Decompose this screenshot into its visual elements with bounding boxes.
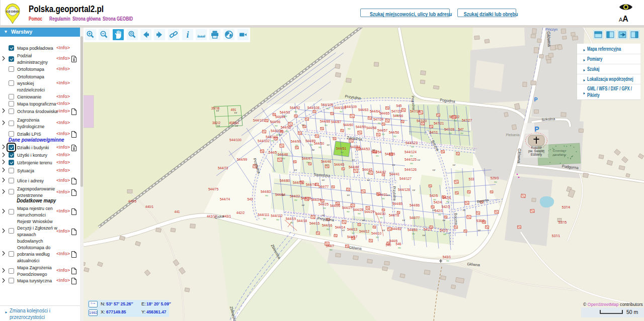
svg-text:544/28: 544/28	[353, 208, 364, 211]
svg-text:544/65: 544/65	[379, 112, 390, 115]
svg-text:RV: RV	[367, 172, 370, 175]
svg-text:RV: RV	[393, 135, 396, 138]
svg-text:544/52: 544/52	[350, 145, 361, 149]
svg-text:RV: RV	[310, 144, 313, 146]
svg-text:ŁV: ŁV	[382, 229, 385, 232]
svg-text:RV: RV	[325, 124, 328, 127]
svg-text:544/83: 544/83	[261, 190, 271, 193]
svg-text:RV: RV	[411, 146, 414, 148]
svg-text:544/31: 544/31	[377, 193, 388, 196]
svg-text:547: 547	[458, 128, 463, 131]
svg-text:547/28: 547/28	[444, 128, 455, 131]
svg-text:RV: RV	[376, 155, 379, 157]
svg-text:544/41: 544/41	[389, 172, 400, 176]
svg-text:Cmentarz: Cmentarz	[553, 149, 567, 152]
svg-text:442/2: 442/2	[236, 211, 245, 215]
svg-text:RV: RV	[326, 164, 329, 167]
svg-text:544/50: 544/50	[314, 142, 325, 145]
svg-text:443/1: 443/1	[223, 215, 231, 218]
svg-text:542/6: 542/6	[443, 196, 451, 199]
svg-text:544/93: 544/93	[280, 111, 290, 114]
svg-text:547/22: 547/22	[449, 115, 460, 119]
svg-text:544/19: 544/19	[286, 217, 296, 221]
svg-text:RV: RV	[276, 219, 279, 221]
svg-text:544/15: 544/15	[309, 222, 320, 225]
svg-text:ŁV: ŁV	[294, 169, 297, 171]
svg-text:544/109: 544/109	[345, 105, 357, 109]
svg-text:RV: RV	[330, 249, 333, 251]
svg-text:544/79: 544/79	[293, 181, 303, 184]
svg-text:544/22: 544/22	[290, 194, 300, 198]
svg-text:ŁV: ŁV	[352, 159, 355, 161]
svg-text:544/74: 544/74	[220, 197, 230, 201]
svg-text:RV: RV	[352, 232, 355, 235]
svg-text:RV: RV	[358, 212, 361, 215]
svg-text:ŁV: ŁV	[322, 214, 325, 217]
svg-text:RV: RV	[327, 108, 330, 110]
svg-text:544/5: 544/5	[269, 151, 277, 154]
svg-text:RV: RV	[284, 115, 287, 118]
svg-text:544/44: 544/44	[349, 165, 359, 169]
svg-text:RV: RV	[449, 132, 452, 135]
svg-text:i: i	[186, 30, 189, 40]
svg-text:Elżbiety: Elżbiety	[531, 153, 542, 157]
svg-text:ŁV: ŁV	[478, 229, 480, 232]
svg-text:544/128: 544/128	[398, 188, 410, 191]
svg-text:544/16: 544/16	[322, 224, 333, 227]
svg-text:544/96: 544/96	[270, 120, 281, 124]
svg-text:541/3: 541/3	[424, 228, 432, 231]
svg-text:533: 533	[468, 177, 474, 181]
svg-text:547/27: 547/27	[462, 119, 472, 122]
svg-text:ŁV: ŁV	[347, 194, 350, 196]
svg-text:544/23: 544/23	[301, 196, 311, 200]
svg-text:544/25: 544/25	[318, 202, 329, 206]
svg-text:544/42: 544/42	[376, 170, 386, 174]
svg-text:440/1: 440/1	[145, 205, 154, 208]
svg-text:440/5: 440/5	[128, 199, 137, 203]
svg-text:544/30: 544/30	[375, 212, 386, 216]
svg-text:544/29: 544/29	[364, 210, 375, 213]
svg-text:RV: RV	[306, 161, 309, 164]
svg-text:Pińczyn: Pińczyn	[545, 28, 558, 32]
svg-text:544/77: 544/77	[410, 216, 420, 220]
svg-text:ŁV: ŁV	[302, 124, 304, 126]
svg-text:544/125: 544/125	[405, 158, 417, 161]
svg-text:ŁV: ŁV	[372, 149, 375, 151]
svg-text:544/45: 544/45	[334, 163, 345, 166]
svg-text:544/76: 544/76	[306, 183, 316, 186]
svg-text:ŁV: ŁV	[216, 110, 219, 112]
svg-text:ŁV: ŁV	[279, 134, 282, 136]
svg-text:544/63: 544/63	[358, 108, 369, 112]
svg-text:RV: RV	[265, 194, 268, 197]
svg-text:544/124: 544/124	[405, 150, 417, 154]
svg-text:ŁV: ŁV	[433, 209, 435, 211]
svg-text:parafialny: parafialny	[552, 153, 567, 156]
svg-text:RV: RV	[396, 114, 399, 117]
svg-text:547/21: 547/21	[434, 122, 444, 125]
svg-text:545: 545	[396, 104, 401, 108]
svg-text:Plebania: Plebania	[506, 133, 519, 137]
svg-text:529/3: 529/3	[491, 176, 499, 180]
svg-text:RV: RV	[376, 236, 379, 239]
svg-text:RV: RV	[443, 233, 446, 236]
svg-text:542/5: 542/5	[430, 194, 438, 197]
svg-text:ŁV: ŁV	[234, 112, 237, 114]
svg-text:RV: RV	[285, 130, 288, 133]
svg-text:RV: RV	[294, 111, 297, 113]
svg-text:537/4: 537/4	[562, 205, 571, 209]
svg-text:RV: RV	[348, 128, 351, 130]
svg-text:541/1: 541/1	[440, 229, 448, 232]
svg-text:544/111: 544/111	[258, 213, 270, 217]
svg-text:RV: RV	[412, 233, 415, 235]
svg-text:RV: RV	[446, 260, 449, 262]
svg-text:RV: RV	[378, 122, 381, 125]
svg-text:544/80: 544/80	[280, 179, 290, 182]
svg-text:RV: RV	[275, 125, 278, 127]
svg-text:ŁV: ŁV	[302, 204, 304, 206]
svg-text:P: P	[534, 96, 537, 102]
svg-text:ŁV: ŁV	[433, 169, 435, 171]
svg-text:544/46: 544/46	[321, 160, 332, 163]
svg-text:544/102: 544/102	[258, 139, 270, 143]
svg-text:537/5: 537/5	[558, 221, 567, 224]
svg-text:544/99: 544/99	[237, 158, 248, 161]
